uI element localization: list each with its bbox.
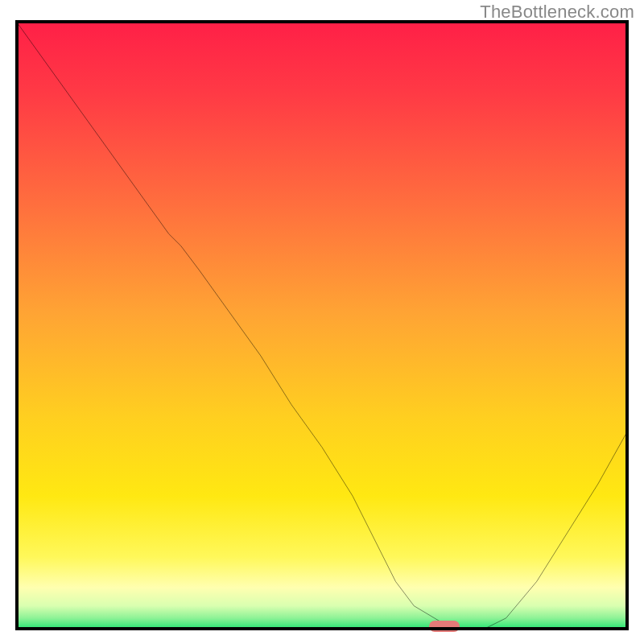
svg-rect-0 xyxy=(15,20,629,630)
background-gradient xyxy=(15,20,629,630)
plot-area xyxy=(15,20,629,630)
optimal-marker xyxy=(429,621,460,632)
chart-stage: TheBottleneck.com xyxy=(0,0,644,644)
